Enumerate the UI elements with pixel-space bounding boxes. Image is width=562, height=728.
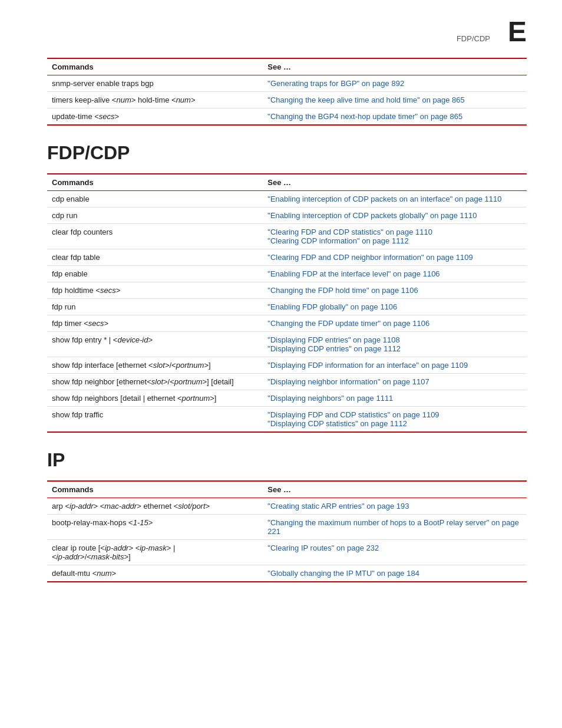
- table-row: fdp holdtime <secs> "Changing the FDP ho…: [47, 282, 527, 299]
- cmd-cell: show fdp interface [ethernet <slot>/<por…: [47, 357, 263, 374]
- see-cell: "Changing the FDP update timer" on page …: [263, 315, 527, 332]
- see-link[interactable]: "Displaying neighbor information" on pag…: [267, 377, 429, 386]
- table-row: show fdp neighbor [ethernet<slot>/<portn…: [47, 374, 527, 390]
- table-row: arp <ip-addr> <mac-addr> ethernet <slot/…: [47, 498, 527, 515]
- see-cell: "Changing the keep alive time and hold t…: [263, 92, 527, 108]
- ip-section-title: IP: [47, 449, 527, 471]
- table-row: clear fdp counters "Clearing FDP and CDP…: [47, 224, 527, 249]
- fdp-col-see-header: See …: [263, 174, 527, 191]
- cmd-cell: clear fdp table: [47, 249, 263, 266]
- cmd-cell: update-time <secs>: [47, 108, 263, 126]
- see-cell: "Enabling interception of CDP packets on…: [263, 191, 527, 207]
- see-link[interactable]: "Displaying FDP information for an inter…: [267, 361, 468, 370]
- page-header: FDP/CDP E: [47, 18, 527, 46]
- table-row: fdp run "Enabling FDP globally" on page …: [47, 299, 527, 315]
- see-link[interactable]: "Enabling interception of CDP packets gl…: [267, 211, 477, 220]
- see-link[interactable]: "Enabling interception of CDP packets on…: [267, 195, 501, 203]
- see-cell: "Generating traps for BGP" on page 892: [263, 75, 527, 92]
- see-link[interactable]: "Enabling FDP globally" on page 1106: [267, 302, 397, 311]
- header-letter: E: [508, 18, 527, 46]
- col-commands-header: Commands: [47, 58, 263, 75]
- cmd-cell: show fdp traffic: [47, 407, 263, 433]
- fdp-section-title: FDP/CDP: [47, 142, 527, 164]
- see-link-2[interactable]: "Displaying CDP statistics" on page 1112: [267, 419, 407, 428]
- see-link[interactable]: "Clearing FDP and CDP neighbor informati…: [267, 253, 472, 262]
- see-link-2[interactable]: "Displaying CDP entries" on page 1112: [267, 344, 401, 353]
- ip-col-commands-header: Commands: [47, 481, 263, 498]
- cmd-cell: show fdp neighbors [detail | ethernet <p…: [47, 390, 263, 407]
- see-link[interactable]: "Changing the FDP hold time" on page 110…: [267, 286, 418, 295]
- see-link[interactable]: "Displaying FDP and CDP statistics" on p…: [267, 410, 439, 419]
- see-cell: "Clearing IP routes" on page 232: [263, 540, 527, 565]
- see-cell: "Changing the maximum number of hops to …: [263, 515, 527, 540]
- ip-col-see-header: See …: [263, 481, 527, 498]
- table-row: update-time <secs> "Changing the BGP4 ne…: [47, 108, 527, 126]
- table-row: default-mtu <num> "Globally changing the…: [47, 565, 527, 582]
- fdp-col-commands-header: Commands: [47, 174, 263, 191]
- see-cell: "Clearing FDP and CDP statistics" on pag…: [263, 224, 527, 249]
- cmd-cell: bootp-relay-max-hops <1-15>: [47, 515, 263, 540]
- table-row: bootp-relay-max-hops <1-15> "Changing th…: [47, 515, 527, 540]
- cmd-cell: show fdp entry * | <device-id>: [47, 332, 263, 357]
- see-link-2[interactable]: "Clearing CDP information" on page 1112: [267, 236, 409, 245]
- ip-commands-table: Commands See … arp <ip-addr> <mac-addr> …: [47, 480, 527, 582]
- see-cell: "Clearing FDP and CDP neighbor informati…: [263, 249, 527, 266]
- see-link[interactable]: "Displaying neighbors" on page 1111: [267, 394, 393, 403]
- header-section-label: FDP/CDP: [457, 34, 490, 43]
- table-row: fdp enable "Enabling FDP at the interfac…: [47, 266, 527, 282]
- see-cell: "Changing the BGP4 next-hop update timer…: [263, 108, 527, 126]
- see-cell: "Displaying FDP entries" on page 1108 "D…: [263, 332, 527, 357]
- see-cell: "Enabling FDP at the interface level" on…: [263, 266, 527, 282]
- see-link[interactable]: "Creating static ARP entries" on page 19…: [267, 502, 409, 510]
- cmd-cell: fdp holdtime <secs>: [47, 282, 263, 299]
- cmd-cell: fdp enable: [47, 266, 263, 282]
- see-cell: "Displaying neighbor information" on pag…: [263, 374, 527, 390]
- see-cell: "Creating static ARP entries" on page 19…: [263, 498, 527, 515]
- table-row: show fdp neighbors [detail | ethernet <p…: [47, 390, 527, 407]
- table-row: show fdp entry * | <device-id> "Displayi…: [47, 332, 527, 357]
- see-cell: "Enabling FDP globally" on page 1106: [263, 299, 527, 315]
- cmd-cell: default-mtu <num>: [47, 565, 263, 582]
- cmd-cell: show fdp neighbor [ethernet<slot>/<portn…: [47, 374, 263, 390]
- see-link[interactable]: "Changing the keep alive time and hold t…: [267, 95, 464, 104]
- see-cell: "Enabling interception of CDP packets gl…: [263, 207, 527, 224]
- see-link[interactable]: "Changing the FDP update timer" on page …: [267, 319, 429, 328]
- table-row: show fdp traffic "Displaying FDP and CDP…: [47, 407, 527, 433]
- see-link[interactable]: "Changing the BGP4 next-hop update timer…: [267, 112, 462, 121]
- table-row: show fdp interface [ethernet <slot>/<por…: [47, 357, 527, 374]
- see-link[interactable]: "Enabling FDP at the interface level" on…: [267, 269, 439, 278]
- cmd-cell: cdp run: [47, 207, 263, 224]
- col-see-header: See …: [263, 58, 527, 75]
- see-link[interactable]: "Changing the maximum number of hops to …: [267, 518, 519, 536]
- see-cell: "Displaying FDP and CDP statistics" on p…: [263, 407, 527, 433]
- table-row: timers keep-alive <num> hold-time <num> …: [47, 92, 527, 108]
- cmd-cell: timers keep-alive <num> hold-time <num>: [47, 92, 263, 108]
- see-link[interactable]: "Displaying FDP entries" on page 1108: [267, 335, 399, 344]
- see-cell: "Changing the FDP hold time" on page 110…: [263, 282, 527, 299]
- fdp-commands-table: Commands See … cdp enable "Enabling inte…: [47, 173, 527, 433]
- cmd-cell: clear ip route [<ip-addr> <ip-mask> | <i…: [47, 540, 263, 565]
- cmd-cell: fdp timer <secs>: [47, 315, 263, 332]
- see-cell: "Displaying neighbors" on page 1111: [263, 390, 527, 407]
- see-link[interactable]: "Globally changing the IP MTU" on page 1…: [267, 569, 419, 578]
- table-row: cdp enable "Enabling interception of CDP…: [47, 191, 527, 207]
- cmd-cell: arp <ip-addr> <mac-addr> ethernet <slot/…: [47, 498, 263, 515]
- cmd-cell: cdp enable: [47, 191, 263, 207]
- table-row: cdp run "Enabling interception of CDP pa…: [47, 207, 527, 224]
- see-link[interactable]: "Generating traps for BGP" on page 892: [267, 79, 404, 88]
- table-row: fdp timer <secs> "Changing the FDP updat…: [47, 315, 527, 332]
- see-cell: "Displaying FDP information for an inter…: [263, 357, 527, 374]
- table-row: clear fdp table "Clearing FDP and CDP ne…: [47, 249, 527, 266]
- table-row: snmp-server enable traps bgp "Generating…: [47, 75, 527, 92]
- table-row: clear ip route [<ip-addr> <ip-mask> | <i…: [47, 540, 527, 565]
- see-link[interactable]: "Clearing IP routes" on page 232: [267, 543, 379, 552]
- see-cell: "Globally changing the IP MTU" on page 1…: [263, 565, 527, 582]
- bgp-commands-table: Commands See … snmp-server enable traps …: [47, 58, 527, 126]
- see-link[interactable]: "Clearing FDP and CDP statistics" on pag…: [267, 228, 432, 236]
- cmd-cell: clear fdp counters: [47, 224, 263, 249]
- cmd-cell: snmp-server enable traps bgp: [47, 75, 263, 92]
- cmd-cell: fdp run: [47, 299, 263, 315]
